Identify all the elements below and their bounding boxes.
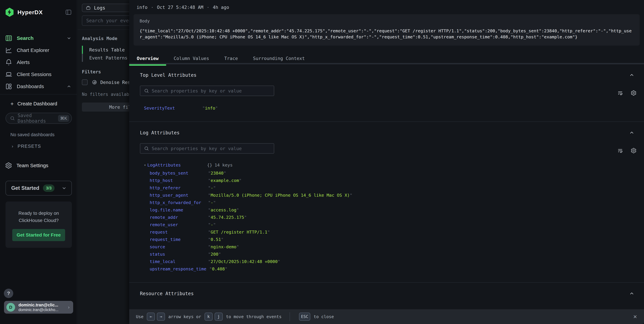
attribute-key[interactable]: http_x_forwarded_for <box>150 200 205 205</box>
event-body-box: Body {"time_local":"27/Oct/2025:10:42:48… <box>134 14 640 46</box>
collapse-section-icon[interactable] <box>629 72 634 78</box>
user-menu[interactable]: D dominic.tran@clic... dominic.tran@clic… <box>4 301 73 314</box>
attribute-key[interactable]: remote_user <box>150 222 205 227</box>
attribute-key[interactable]: source <box>150 244 205 249</box>
tab-trace[interactable]: Trace <box>216 52 245 64</box>
source-selector-label: Logs <box>94 5 105 11</box>
team-settings-button[interactable]: Team Settings <box>0 149 77 169</box>
get-started-dropdown[interactable]: Get Started 3/3 <box>6 181 72 195</box>
attribute-value[interactable]: - <box>208 222 216 227</box>
footer-divider <box>290 312 290 321</box>
sidebar-item-label: Alerts <box>17 59 30 65</box>
collapse-sidebar-icon[interactable] <box>65 9 72 15</box>
j-key: j <box>214 313 223 321</box>
event-detail-panel: info · Oct 27 5:42:48 AM · 4h ago Body {… <box>129 0 644 324</box>
esc-key: ESC <box>299 313 310 321</box>
chevron-up-icon <box>66 84 72 89</box>
attribute-key[interactable]: upstream_response_time <box>150 266 206 271</box>
tab-overview[interactable]: Overview <box>129 52 166 64</box>
saved-dashboards-search[interactable]: Saved Dashboards ⌘K <box>6 113 72 124</box>
saved-dashboards-placeholder: Saved Dashboards <box>18 113 58 124</box>
sidebar-item-dashboards[interactable]: Dashboards <box>0 80 77 92</box>
help-button[interactable]: ? <box>4 289 13 298</box>
log-attributes-root-row: ▾ LogAttributes {} 14 keys <box>144 161 644 169</box>
attribute-key[interactable]: request <box>150 229 205 235</box>
attribute-key[interactable]: remote_addr <box>150 215 205 220</box>
active-mode-indicator <box>82 46 83 54</box>
user-name: dominic.tran@clic... <box>18 302 67 308</box>
attribute-key[interactable]: http_user_agent <box>150 193 205 198</box>
get-started-label: Get Started <box>11 185 39 191</box>
chart-icon <box>5 47 12 54</box>
attribute-value[interactable]: GET /register HTTP/1.1 <box>208 229 270 235</box>
attribute-value[interactable]: - <box>208 185 216 190</box>
caret-down-icon[interactable]: ▾ <box>144 163 146 167</box>
sidebar-item-chart-explorer[interactable]: Chart Explorer <box>0 44 77 56</box>
sidebar-item-client-sessions[interactable]: Client Sessions <box>0 68 77 80</box>
sidebar-item-search[interactable]: Search <box>0 32 77 44</box>
section-title-top-level: Top Level Attributes <box>140 72 629 78</box>
mode-label: Event Patterns <box>89 55 128 60</box>
settings-gear-icon[interactable] <box>630 148 636 154</box>
attribute-value[interactable]: example.com <box>208 178 242 183</box>
wrap-lines-icon[interactable] <box>617 90 623 96</box>
presets-toggle[interactable]: › PRESETS <box>0 137 77 149</box>
bell-icon <box>5 59 12 66</box>
arrow-right-key: → <box>157 313 165 321</box>
attribute-value[interactable]: - <box>208 200 216 205</box>
hyperdx-logo-icon <box>5 7 14 17</box>
attribute-key[interactable]: http_referer <box>150 185 205 190</box>
body-json-text: {"time_local":"27/Oct/2025:10:42:48 +000… <box>140 28 634 40</box>
attribute-value[interactable]: 0.408 <box>210 266 227 271</box>
mode-label: Results Table <box>89 47 125 52</box>
collapse-section-icon[interactable] <box>629 291 634 296</box>
keyboard-hints-bar: Use ← → arrow keys or k j to move throug… <box>129 309 644 324</box>
search-placeholder: Search properties by key or value <box>152 88 242 94</box>
top-level-search-input[interactable]: Search properties by key or value <box>140 86 274 96</box>
attribute-value[interactable]: access.log <box>208 207 239 212</box>
hint-arrows: arrow keys or <box>168 314 201 319</box>
attribute-value[interactable]: 0.51 <box>208 237 224 242</box>
search-nav-icon <box>5 34 12 42</box>
attribute-key[interactable]: SeverityText <box>144 106 199 111</box>
attribute-row: remote_addr 45.74.225.175 <box>144 214 644 221</box>
attribute-key[interactable]: time_local <box>150 259 205 264</box>
k-key: k <box>204 313 212 321</box>
attribute-key[interactable]: http_host <box>150 178 205 183</box>
attribute-value[interactable]: info <box>202 106 218 111</box>
settings-gear-icon[interactable] <box>630 90 636 96</box>
sidebar: HyperDX Search Chart Explorer Alerts <box>0 0 77 324</box>
attribute-key[interactable]: log.file.name <box>150 207 205 212</box>
close-panel-icon[interactable]: ✕ <box>633 313 637 320</box>
attribute-value[interactable]: 27/Oct/2025:10:42:48 +0000 <box>208 259 280 264</box>
clickhouse-cloud-card: Ready to deploy on ClickHouse Cloud? Get… <box>6 201 72 248</box>
attribute-value[interactable]: Mozilla/5.0 (iPhone; CPU iPhone OS 14_6 … <box>208 193 352 198</box>
attribute-value[interactable]: 45.74.225.175 <box>208 215 247 220</box>
denoise-checkbox[interactable] <box>82 79 88 85</box>
attribute-key[interactable]: status <box>150 252 205 257</box>
chevron-down-icon <box>62 185 67 191</box>
attribute-value[interactable]: 200 <box>208 252 221 257</box>
wrap-lines-icon[interactable] <box>617 148 623 154</box>
logs-source-icon <box>86 5 91 10</box>
attribute-row: upstream_response_time 0.408 <box>144 265 644 273</box>
attribute-value[interactable]: nginx-demo <box>208 244 239 249</box>
severity-level: info <box>136 5 148 10</box>
shortcut-badge: ⌘K <box>58 115 69 122</box>
sidebar-item-alerts[interactable]: Alerts <box>0 56 77 68</box>
attribute-key[interactable]: request_time <box>150 237 205 242</box>
tab-column-values[interactable]: Column Values <box>166 52 216 64</box>
attribute-key[interactable]: body_bytes_sent <box>150 170 205 175</box>
sidebar-item-label: Client Sessions <box>17 72 52 77</box>
tab-surrounding-context[interactable]: Surrounding Context <box>246 52 312 64</box>
get-started-free-button[interactable]: Get Started for Free <box>12 229 65 241</box>
search-icon <box>10 116 15 121</box>
log-attributes-root-key[interactable]: LogAttributes <box>147 162 207 167</box>
chevron-right-icon: › <box>67 305 70 310</box>
collapse-section-icon[interactable] <box>629 130 634 136</box>
attribute-value[interactable]: 23840 <box>208 170 226 175</box>
create-dashboard-button[interactable]: + Create Dashboard <box>0 95 77 111</box>
denoise-icon <box>92 79 97 85</box>
attribute-row: SeverityText info <box>144 104 644 112</box>
log-attributes-search-input[interactable]: Search properties by key or value <box>140 143 274 154</box>
